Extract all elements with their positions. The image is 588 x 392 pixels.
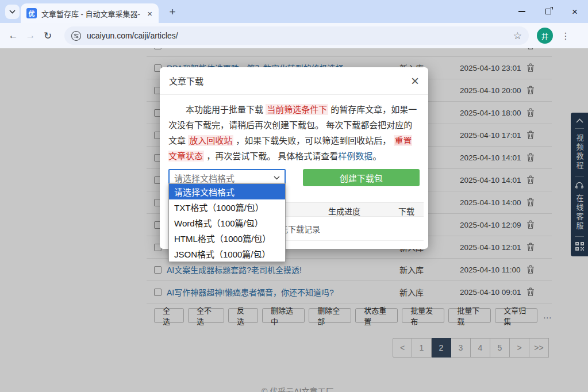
address-bar[interactable]: ucaiyun.com/caiji/articles/ ☆ xyxy=(64,26,529,45)
minimize-button[interactable] xyxy=(509,0,535,23)
window-controls: × xyxy=(509,0,588,23)
url-text[interactable]: ucaiyun.com/caiji/articles/ xyxy=(87,31,508,40)
close-icon: × xyxy=(572,7,578,17)
modal-close-icon[interactable]: × xyxy=(411,74,419,88)
dropdown-option[interactable]: JSON格式（1000篇/包） xyxy=(169,246,285,262)
browser-titlebar: 优 文章暂存库 - 自动文章采集器- × + × xyxy=(0,0,588,23)
close-button[interactable]: × xyxy=(562,0,588,23)
dropdown-option[interactable]: HTML格式（1000篇/包） xyxy=(169,230,285,246)
format-dropdown-list: 请选择文档格式 TXT格式（1000篇/包） Word格式（100篇/包） HT… xyxy=(168,183,286,262)
tab-search-button[interactable] xyxy=(5,5,20,19)
site-settings-icon[interactable] xyxy=(71,31,81,41)
minimize-icon xyxy=(518,11,525,12)
dropdown-option[interactable]: TXT格式（1000篇/包） xyxy=(169,199,285,215)
back-button[interactable]: ← xyxy=(5,27,22,44)
modal-header: 文章下载 × xyxy=(160,67,428,95)
create-package-button[interactable]: 创建下载包 xyxy=(303,169,420,186)
modal-description: 本功能用于批量下载 当前筛选条件下 的暂存库文章，如果一次没有下载完，请稍后再次… xyxy=(168,102,420,164)
dropdown-option[interactable]: 请选择文档格式 xyxy=(169,184,285,199)
browser-menu-icon[interactable]: ⋮ xyxy=(559,30,572,41)
browser-tab[interactable]: 优 文章暂存库 - 自动文章采集器- × xyxy=(21,3,159,23)
dropdown-option[interactable]: Word格式（100篇/包） xyxy=(169,215,285,230)
site-favicon: 优 xyxy=(26,8,37,18)
column-header-download: 下载 xyxy=(398,205,414,217)
restore-button[interactable] xyxy=(535,0,562,23)
column-header-progress: 生成进度 xyxy=(328,205,360,217)
reload-button[interactable]: ↻ xyxy=(39,27,56,44)
restore-icon xyxy=(545,9,551,14)
forward-button[interactable]: → xyxy=(22,27,39,44)
new-tab-button[interactable]: + xyxy=(166,5,179,19)
page-viewport: RPA和智能体谁更胜一筹？数字化转型的终极选择 新入库 2025-04-10 2… xyxy=(0,48,588,392)
profile-avatar[interactable]: 井 xyxy=(537,28,553,44)
bookmark-star-icon[interactable]: ☆ xyxy=(513,30,522,42)
modal-title: 文章下载 xyxy=(169,75,411,87)
select-chevron-icon xyxy=(274,176,280,180)
tab-title: 文章暂存库 - 自动文章采集器- xyxy=(41,8,141,19)
tab-close-icon[interactable]: × xyxy=(145,9,154,18)
chevron-down-icon xyxy=(9,10,16,14)
browser-toolbar: ← → ↻ ucaiyun.com/caiji/articles/ ☆ 井 ⋮ xyxy=(0,23,588,48)
format-select-value: 请选择文档格式 xyxy=(174,172,274,184)
